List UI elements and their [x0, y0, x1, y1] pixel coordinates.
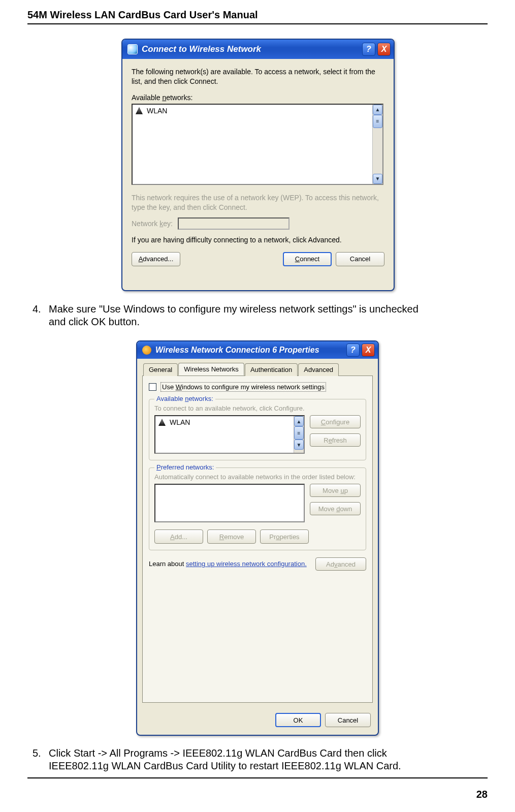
intro-message: The following network(s) are available. … — [132, 67, 384, 86]
step-5-text-rest: IEEE802.11g WLAN CardBus Card Utility to… — [49, 760, 488, 772]
configure-button[interactable]: Configure — [310, 415, 361, 428]
network-item-label: WLAN — [147, 107, 167, 115]
use-windows-label: Use Windows to configure my wireless net… — [160, 382, 326, 392]
step-5-number: 5. — [33, 747, 49, 760]
network-icon — [158, 419, 166, 426]
learn-text: Learn about setting up wireless network … — [149, 560, 309, 568]
scroll-down-icon[interactable]: ▼ — [294, 440, 304, 450]
step-4-text-rest: and click OK button. — [49, 316, 488, 328]
tab-page: Use Windows to configure my wireless net… — [142, 376, 373, 703]
add-button[interactable]: Add... — [154, 529, 203, 544]
scrollbar[interactable]: ▲ ≡ ▼ — [372, 105, 382, 184]
tab-general[interactable]: General — [143, 363, 178, 376]
available-networks-legend: Available networks: — [154, 395, 215, 402]
page-header: 54M Wireless LAN CardBus Card User's Man… — [27, 9, 488, 21]
step-4-text-first: Make sure "Use Windows to configure my w… — [49, 303, 419, 315]
dialog1-title: Connect to Wireless Network — [142, 44, 261, 54]
dialog1-titlebar: Connect to Wireless Network ? X — [122, 40, 394, 59]
available-networks-list[interactable]: WLAN ▲ ≡ ▼ — [132, 104, 383, 185]
advanced-button[interactable]: Advanced — [315, 557, 366, 571]
help-button[interactable]: ? — [362, 43, 375, 56]
network-item-wlan[interactable]: WLAN — [156, 417, 293, 427]
dialog2-title: Wireless Network Connection 6 Properties — [155, 346, 319, 355]
network-item-label: WLAN — [170, 418, 190, 426]
network-icon — [136, 107, 143, 114]
network-key-input — [178, 217, 289, 230]
difficulty-hint: If you are having difficulty connecting … — [132, 236, 384, 244]
use-windows-checkbox-row[interactable]: Use Windows to configure my wireless net… — [149, 382, 366, 392]
network-item-wlan[interactable]: WLAN — [134, 106, 371, 116]
preferred-networks-group: Preferred networks: Automatically connec… — [149, 467, 366, 550]
scroll-thumb[interactable]: ≡ — [294, 426, 304, 440]
tab-advanced[interactable]: Advanced — [298, 363, 339, 376]
move-down-button[interactable]: Move down — [310, 502, 361, 515]
header-rule — [27, 23, 488, 24]
properties-icon — [142, 346, 151, 355]
preferred-hint: Automatically connect to available netwo… — [154, 473, 361, 481]
scrollbar[interactable]: ▲ ≡ ▼ — [294, 416, 304, 453]
dialog2-titlebar: Wireless Network Connection 6 Properties… — [137, 341, 378, 359]
use-windows-checkbox[interactable] — [149, 383, 156, 391]
connect-button[interactable]: Connect — [283, 252, 332, 266]
tab-strip: General Wireless Networks Authentication… — [143, 363, 373, 376]
move-up-button[interactable]: Move up — [310, 484, 361, 497]
page-number: 28 — [476, 789, 488, 800]
properties-button[interactable]: Properties — [260, 529, 309, 544]
step-4: 4.Make sure "Use Windows to configure my… — [33, 303, 488, 328]
step-5: 5.Click Start -> All Programs -> IEEE802… — [33, 747, 488, 772]
help-button[interactable]: ? — [346, 343, 360, 357]
available-networks-group: Available networks: To connect to an ava… — [149, 399, 366, 460]
scroll-thumb[interactable]: ≡ — [373, 115, 382, 128]
ok-button[interactable]: OK — [275, 713, 321, 727]
refresh-button[interactable]: Refresh — [310, 433, 361, 447]
step-5-text-first: Click Start -> All Programs -> IEEE802.1… — [49, 747, 387, 759]
learn-link[interactable]: setting up wireless network configuratio… — [186, 560, 307, 568]
available-hint: To connect to an available network, clic… — [154, 404, 361, 412]
scroll-down-icon[interactable]: ▼ — [373, 174, 382, 184]
cancel-button[interactable]: Cancel — [336, 252, 384, 266]
wireless-icon — [127, 44, 138, 54]
connect-wireless-dialog: Connect to Wireless Network ? X The foll… — [121, 39, 395, 291]
advanced-button[interactable]: Advanced... — [132, 252, 180, 266]
close-button[interactable]: X — [362, 343, 375, 357]
available-networks-label: Available networks: — [132, 93, 384, 102]
tab-wireless-networks[interactable]: Wireless Networks — [178, 363, 244, 376]
step-4-number: 4. — [33, 303, 49, 316]
preferred-networks-legend: Preferred networks: — [154, 463, 216, 471]
close-button[interactable]: X — [377, 43, 391, 56]
scroll-up-icon[interactable]: ▲ — [373, 105, 382, 115]
footer-rule — [27, 777, 488, 778]
available-networks-list[interactable]: WLAN ▲ ≡ ▼ — [154, 415, 305, 454]
tab-authentication[interactable]: Authentication — [245, 363, 298, 376]
wireless-properties-dialog: Wireless Network Connection 6 Properties… — [136, 340, 379, 736]
scroll-up-icon[interactable]: ▲ — [294, 416, 304, 426]
preferred-networks-list[interactable] — [154, 484, 305, 522]
remove-button[interactable]: Remove — [207, 529, 256, 544]
wep-hint: This network requires the use of a netwo… — [132, 193, 384, 212]
network-key-label: Network key: — [132, 220, 173, 228]
cancel-button[interactable]: Cancel — [325, 713, 371, 727]
